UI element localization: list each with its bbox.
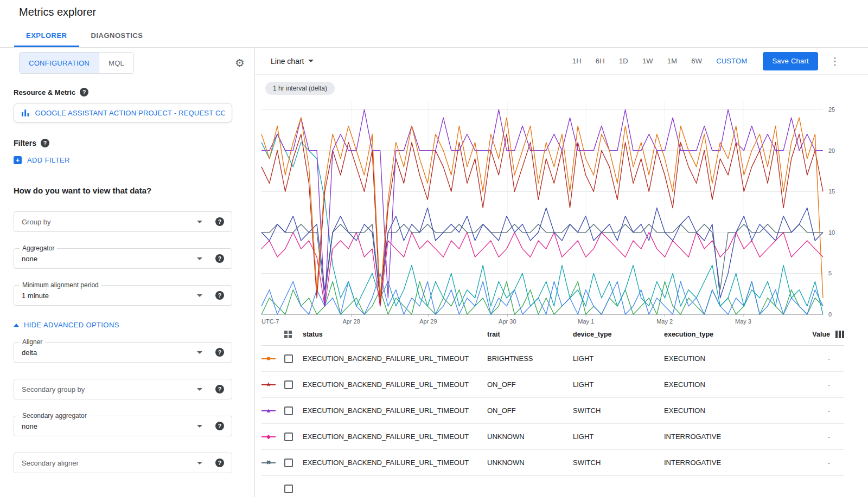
- cell-trait: BRIGHTNESS: [487, 354, 573, 363]
- help-icon[interactable]: [215, 217, 224, 226]
- page-title: Metrics explorer: [19, 6, 96, 18]
- cell-status: EXECUTION_BACKEND_FAILURE_URL_TIMEOUT: [303, 406, 487, 415]
- time-range-custom-button[interactable]: CUSTOM: [709, 57, 754, 65]
- cell-value: -: [800, 433, 830, 441]
- secondary-aggregator-label: Secondary aggregator: [20, 412, 90, 419]
- resource-metric-row: Resource & Metric: [14, 88, 254, 96]
- chevron-down-icon: [197, 294, 202, 297]
- time-range-1w-button[interactable]: 1W: [635, 57, 660, 65]
- aggregator-select[interactable]: Aggregator none: [14, 248, 232, 269]
- time-range-6h-button[interactable]: 6H: [589, 57, 612, 65]
- series-marker-icon: ■: [261, 355, 276, 363]
- help-icon[interactable]: [80, 88, 88, 96]
- selected-metric-label: GOOGLE ASSISTANT ACTION PROJECT - REQUES…: [35, 109, 225, 117]
- help-icon[interactable]: [215, 348, 224, 357]
- cell-value: -: [800, 380, 830, 389]
- selected-metric-button[interactable]: GOOGLE ASSISTANT ACTION PROJECT - REQUES…: [14, 103, 232, 122]
- content-area: CONFIGURATION MQL Resource & Metric GOOG…: [0, 48, 868, 497]
- help-icon[interactable]: [215, 385, 224, 393]
- tab-diagnostics-label: DIAGNOSTICS: [91, 31, 143, 40]
- bar-chart-icon: [21, 109, 29, 117]
- page-header: Metrics explorer: [0, 0, 868, 24]
- legend-table-header: status trait device_type execution_type …: [261, 323, 844, 346]
- cell-status: EXECUTION_BACKEND_FAILURE_URL_TIMEOUT: [303, 354, 487, 363]
- table-row: ▲ EXECUTION_BACKEND_FAILURE_URL_TIMEOUT …: [261, 398, 844, 424]
- time-range-1d-button[interactable]: 1D: [612, 57, 635, 65]
- add-box-icon: [14, 156, 22, 164]
- row-checkbox[interactable]: [284, 406, 293, 415]
- help-icon[interactable]: [215, 459, 224, 467]
- add-filter-button[interactable]: ADD FILTER: [14, 156, 70, 164]
- settings-gear-icon[interactable]: [235, 57, 245, 68]
- cell-device-type: LIGHT: [573, 354, 664, 363]
- column-settings-icon[interactable]: [830, 331, 844, 338]
- help-icon[interactable]: [215, 422, 224, 430]
- row-checkbox[interactable]: [284, 459, 293, 467]
- overflow-menu-icon[interactable]: [830, 56, 840, 66]
- tab-diagnostics[interactable]: DIAGNOSTICS: [79, 24, 155, 47]
- legend-toggle-icon[interactable]: [284, 331, 303, 338]
- series-marker-icon: ✖: [261, 459, 276, 467]
- chart-canvas: [261, 101, 823, 314]
- series-marker-icon: ★: [261, 381, 276, 389]
- y-axis-tick-label: 0: [828, 311, 832, 318]
- chevron-down-icon: [197, 425, 202, 428]
- cell-status: EXECUTION_BACKEND_FAILURE_URL_TIMEOUT: [303, 459, 487, 467]
- help-icon[interactable]: [215, 254, 224, 263]
- series-marker-icon: ◆: [261, 433, 276, 441]
- y-axis-tick-label: 20: [828, 147, 835, 154]
- save-chart-button[interactable]: Save Chart: [763, 52, 818, 70]
- chart-toolbar: Line chart 1H 6H 1D 1W 1M 6W CUSTOM Save…: [255, 48, 868, 75]
- cell-execution-type: INTERROGATIVE: [664, 459, 800, 467]
- cell-trait: ON_OFF: [487, 380, 573, 389]
- chart-type-select[interactable]: Line chart: [271, 57, 314, 66]
- hide-advanced-options-button[interactable]: HIDE ADVANCED OPTIONS: [14, 321, 119, 329]
- row-checkbox[interactable]: [284, 354, 293, 363]
- min-alignment-period-select[interactable]: Minimum alignment period 1 minute: [14, 285, 232, 306]
- x-axis-tick-label: May 2: [656, 318, 673, 325]
- secondary-aligner-select[interactable]: Secondary aligner: [14, 453, 232, 473]
- mql-toggle-label: MQL: [108, 59, 124, 67]
- y-axis-tick-label: 10: [828, 229, 835, 236]
- secondary-aggregator-select[interactable]: Secondary aggregator none: [14, 416, 232, 436]
- row-checkbox[interactable]: [284, 380, 293, 389]
- row-checkbox[interactable]: [284, 433, 293, 441]
- y-axis-tick-label: 15: [828, 188, 835, 195]
- group-by-select[interactable]: Group by: [14, 211, 232, 232]
- aggregator-label: Aggregator: [20, 244, 57, 252]
- configuration-sidebar: CONFIGURATION MQL Resource & Metric GOOG…: [0, 48, 255, 497]
- y-axis-tick-label: 25: [828, 106, 835, 113]
- row-checkbox[interactable]: [284, 485, 293, 493]
- aligner-value: delta: [22, 348, 37, 357]
- top-tabbar: EXPLORER DIAGNOSTICS: [0, 24, 868, 48]
- cell-execution-type: INTERROGATIVE: [664, 433, 800, 441]
- secondary-group-by-select[interactable]: Secondary group by: [14, 379, 232, 399]
- cell-device-type: SWITCH: [573, 459, 664, 467]
- time-range-1h-button[interactable]: 1H: [565, 57, 589, 65]
- group-by-placeholder: Group by: [22, 218, 50, 226]
- chevron-down-icon: [308, 60, 314, 62]
- interval-chip-row: 1 hr interval (delta): [255, 75, 868, 95]
- chevron-down-icon: [197, 257, 202, 260]
- time-range-6w-button[interactable]: 6W: [684, 57, 709, 65]
- hide-advanced-options-label: HIDE ADVANCED OPTIONS: [24, 321, 119, 329]
- aligner-label: Aligner: [20, 338, 45, 346]
- view-data-question: How do you want to view that data?: [14, 186, 254, 195]
- table-row-partial: [261, 476, 844, 497]
- cell-device-type: LIGHT: [573, 380, 664, 389]
- aligner-select[interactable]: Aligner delta: [14, 342, 232, 363]
- mql-toggle[interactable]: MQL: [99, 53, 133, 73]
- mode-toggle: CONFIGURATION MQL: [19, 52, 134, 74]
- help-icon[interactable]: [41, 139, 49, 147]
- cell-execution-type: EXECUTION: [664, 354, 800, 363]
- y-axis-tick-label: 5: [828, 270, 832, 276]
- cell-device-type: LIGHT: [573, 433, 664, 441]
- help-icon[interactable]: [215, 291, 224, 300]
- line-chart-plot: 0510152025: [261, 101, 823, 314]
- configuration-toggle[interactable]: CONFIGURATION: [20, 53, 99, 73]
- aggregator-value: none: [22, 255, 37, 263]
- time-range-1m-button[interactable]: 1M: [660, 57, 684, 65]
- secondary-group-by-placeholder: Secondary group by: [22, 385, 85, 393]
- tab-explorer[interactable]: EXPLORER: [14, 24, 79, 47]
- secondary-aggregator-value: none: [22, 422, 37, 430]
